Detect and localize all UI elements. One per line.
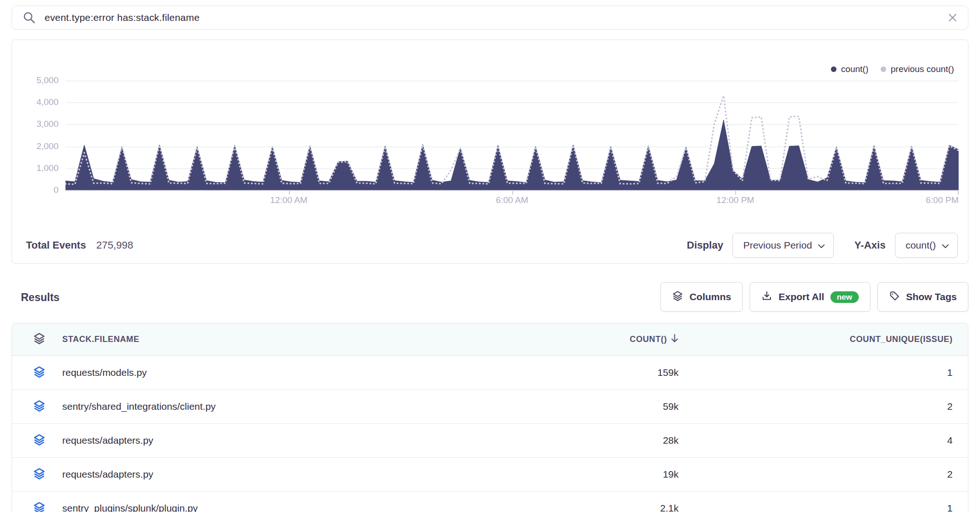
table-row[interactable]: sentry/shared_integrations/client.py 59k… bbox=[12, 390, 968, 424]
column-header-count[interactable]: COUNT() bbox=[539, 334, 679, 346]
results-heading: Results bbox=[21, 291, 59, 304]
total-events-label: Total Events bbox=[26, 239, 86, 251]
count-unique-cell: 1 bbox=[679, 367, 953, 378]
previous-count-legend-label: previous count() bbox=[891, 64, 954, 74]
count-legend-label: count() bbox=[841, 64, 869, 74]
column-header-stack-filename[interactable]: STACK.FILENAME bbox=[33, 332, 539, 347]
stack-filename-cell[interactable]: requests/models.py bbox=[62, 367, 147, 378]
results-table: STACK.FILENAME COUNT() COUNT_UNIQUE(ISSU… bbox=[12, 323, 968, 512]
events-chart-panel: count() previous count() 5,000 4,000 3,0… bbox=[12, 39, 968, 264]
x-axis-tick-mark bbox=[512, 191, 513, 195]
table-body: requests/models.py 159k 1 sentry/shared_… bbox=[12, 356, 968, 512]
new-badge: new bbox=[830, 291, 859, 303]
chart-legend: count() previous count() bbox=[831, 64, 954, 74]
x-axis-tick-mark bbox=[958, 191, 959, 195]
discover-page: event.type:error has:stack.filename coun… bbox=[0, 0, 980, 512]
display-dropdown-value: Previous Period bbox=[743, 240, 812, 251]
columns-button-label: Columns bbox=[689, 291, 731, 302]
count-unique-cell: 2 bbox=[679, 401, 953, 412]
chart-controls: Display Previous Period Y-Axis count() bbox=[687, 233, 958, 258]
total-events: Total Events 275,998 bbox=[22, 239, 133, 251]
count-unique-cell: 2 bbox=[679, 469, 953, 480]
count-unique-header-label: COUNT_UNIQUE(ISSUE) bbox=[850, 335, 953, 344]
table-row[interactable]: sentry_plugins/splunk/plugin.py 2.1k 1 bbox=[12, 492, 968, 512]
stack-filename-cell[interactable]: requests/adapters.py bbox=[62, 435, 153, 446]
tag-icon bbox=[889, 290, 900, 304]
y-axis-label: Y-Axis bbox=[854, 239, 885, 251]
search-input[interactable]: event.type:error has:stack.filename bbox=[45, 12, 947, 23]
stack-filename-cell[interactable]: sentry_plugins/splunk/plugin.py bbox=[62, 503, 198, 512]
x-axis-tick: 12:00 AM bbox=[270, 195, 307, 205]
x-axis-tick: 6:00 PM bbox=[926, 195, 959, 205]
layers-icon[interactable] bbox=[33, 501, 46, 512]
sort-desc-icon bbox=[671, 334, 679, 346]
count-cell: 159k bbox=[539, 367, 679, 378]
export-all-button[interactable]: Export All new bbox=[750, 282, 870, 312]
legend-item-count[interactable]: count() bbox=[831, 64, 869, 74]
y-axis-tick: 2,000 bbox=[12, 141, 59, 151]
stack-filename-cell[interactable]: requests/adapters.py bbox=[62, 469, 153, 480]
table-header-row: STACK.FILENAME COUNT() COUNT_UNIQUE(ISSU… bbox=[12, 323, 968, 356]
search-bar[interactable]: event.type:error has:stack.filename bbox=[12, 6, 968, 30]
count-cell: 2.1k bbox=[539, 503, 679, 512]
x-axis-tick: 12:00 PM bbox=[717, 195, 754, 205]
layers-icon[interactable] bbox=[33, 366, 46, 380]
y-axis-dropdown-value: count() bbox=[906, 240, 936, 251]
table-row[interactable]: requests/models.py 159k 1 bbox=[12, 356, 968, 390]
table-row[interactable]: requests/adapters.py 19k 2 bbox=[12, 458, 968, 492]
search-icon bbox=[22, 11, 36, 25]
download-icon bbox=[761, 290, 772, 304]
x-axis-tick-mark bbox=[735, 191, 736, 195]
layers-icon bbox=[33, 332, 46, 347]
count-header-label: COUNT() bbox=[630, 335, 667, 344]
y-axis-tick: 4,000 bbox=[12, 97, 59, 107]
previous-count-legend-dot bbox=[881, 66, 886, 72]
legend-item-previous-count[interactable]: previous count() bbox=[881, 64, 954, 74]
chevron-down-icon bbox=[818, 240, 825, 251]
count-cell: 59k bbox=[539, 401, 679, 412]
y-axis-tick: 5,000 bbox=[12, 75, 59, 85]
results-toolbar: Columns Export All new Show Tags bbox=[660, 282, 968, 312]
layers-icon[interactable] bbox=[33, 400, 46, 414]
y-axis-tick: 0 bbox=[12, 185, 59, 195]
total-events-value: 275,998 bbox=[96, 239, 133, 251]
count-legend-dot bbox=[831, 66, 836, 72]
table-row[interactable]: requests/adapters.py 28k 4 bbox=[12, 424, 968, 458]
y-axis-dropdown[interactable]: count() bbox=[895, 233, 958, 258]
layers-icon bbox=[672, 290, 683, 304]
y-axis-tick: 3,000 bbox=[12, 119, 59, 129]
count-cell: 28k bbox=[539, 435, 679, 446]
count-unique-cell: 1 bbox=[679, 503, 953, 512]
show-tags-button-label: Show Tags bbox=[906, 291, 957, 302]
chart-footer: Total Events 275,998 Display Previous Pe… bbox=[22, 232, 958, 259]
stack-filename-header-label: STACK.FILENAME bbox=[62, 335, 139, 344]
display-label: Display bbox=[687, 239, 723, 251]
x-axis-tick: 6:00 AM bbox=[496, 195, 529, 205]
export-all-button-label: Export All bbox=[778, 291, 824, 302]
area-chart[interactable] bbox=[65, 80, 959, 190]
chevron-down-icon bbox=[942, 240, 949, 251]
columns-button[interactable]: Columns bbox=[660, 282, 743, 312]
count-unique-cell: 4 bbox=[679, 435, 953, 446]
layers-icon[interactable] bbox=[33, 433, 46, 448]
x-axis-tick-mark bbox=[289, 191, 290, 195]
column-header-count-unique-issue[interactable]: COUNT_UNIQUE(ISSUE) bbox=[679, 335, 953, 344]
layers-icon[interactable] bbox=[33, 467, 46, 482]
clear-search-icon[interactable] bbox=[947, 12, 959, 24]
stack-filename-cell[interactable]: sentry/shared_integrations/client.py bbox=[62, 401, 216, 412]
count-cell: 19k bbox=[539, 469, 679, 480]
show-tags-button[interactable]: Show Tags bbox=[877, 282, 968, 312]
x-axis-labels: 12:00 AM 6:00 AM 12:00 PM 6:00 PM bbox=[65, 195, 959, 207]
display-dropdown[interactable]: Previous Period bbox=[732, 233, 834, 258]
y-axis-tick: 1,000 bbox=[12, 163, 59, 173]
